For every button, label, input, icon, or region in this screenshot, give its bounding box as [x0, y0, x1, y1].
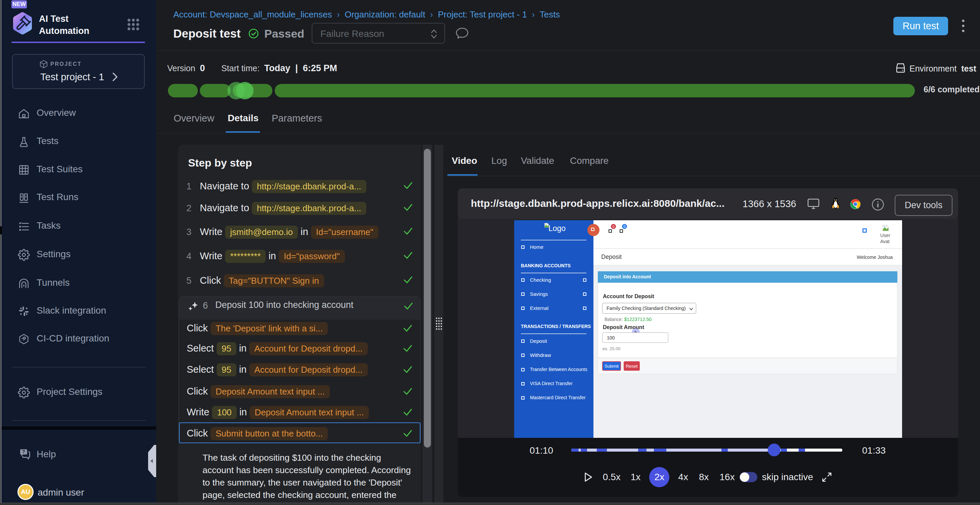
- svg-text:?: ?: [22, 449, 25, 454]
